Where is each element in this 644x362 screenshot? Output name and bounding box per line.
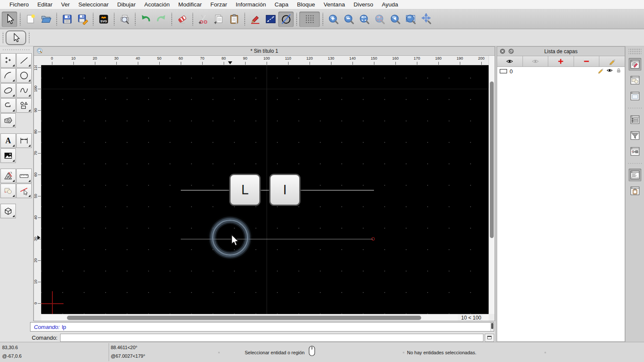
menu-forzar[interactable]: Forzar [206, 0, 231, 9]
zoom-previous-button[interactable] [387, 12, 403, 27]
command-input[interactable] [60, 334, 483, 342]
paste-button[interactable] [226, 12, 242, 27]
strip-grip[interactable] [629, 48, 641, 55]
measure-distance-button[interactable] [263, 12, 278, 27]
print-preview-icon [119, 13, 131, 25]
tool-spline-button[interactable] [16, 83, 32, 98]
menu-modificar[interactable]: Modificar [174, 0, 206, 9]
clipboard-panel-toggle[interactable] [629, 184, 641, 197]
zoom-window-button[interactable] [372, 12, 387, 27]
menu-acotación[interactable]: Acotación [140, 0, 174, 9]
statusbar: 83,30.6 @-67,0.6 88.4611<20° @67.0027<17… [0, 342, 644, 362]
ruler-tick [395, 62, 396, 65]
tool-arc-button[interactable] [0, 68, 16, 83]
palette-grip[interactable] [3, 48, 30, 51]
visibility-eye-icon[interactable] [606, 67, 613, 75]
tool-modify-button[interactable] [0, 169, 16, 183]
menu-ventana[interactable]: Ventana [319, 0, 349, 9]
toolbar-grip[interactable] [27, 32, 30, 44]
menu-fichero[interactable]: Fichero [5, 0, 33, 9]
property-editor-toggle[interactable] [629, 58, 641, 71]
delete-entities-icon [176, 13, 188, 25]
selection-filter-toggle[interactable] [629, 129, 641, 142]
edit-pencil-icon[interactable] [597, 67, 604, 75]
tool-image-button[interactable] [0, 148, 16, 163]
vertical-scrollbar[interactable] [489, 56, 495, 314]
undo-button[interactable] [138, 12, 153, 27]
ruler-label: 70 [200, 56, 204, 60]
new-file-button[interactable] [23, 12, 38, 27]
tool-polyline-button[interactable] [0, 98, 16, 113]
export-svg-button[interactable]: SVG [96, 12, 111, 27]
layer-name: 0 [510, 68, 513, 75]
menu-bloque[interactable]: Bloque [293, 0, 319, 9]
tool-measure-button[interactable] [16, 169, 32, 183]
zoom-pan-button[interactable] [418, 12, 434, 27]
lock-icon[interactable] [615, 67, 622, 75]
library-browser-toggle[interactable] [629, 90, 641, 103]
tool-hatch-button[interactable] [0, 113, 16, 128]
vertical-scrollbar-thumb[interactable] [490, 81, 494, 238]
history-scrollbar[interactable] [490, 323, 494, 331]
delete-entities-button[interactable] [174, 12, 190, 27]
tool-block-button[interactable] [0, 204, 16, 218]
menu-dibujar[interactable]: Dibujar [113, 0, 140, 9]
menu-ver[interactable]: Ver [57, 0, 74, 9]
pen-attributes-button[interactable] [247, 12, 263, 27]
add-layer-button[interactable] [548, 56, 574, 66]
print-preview-button[interactable] [117, 12, 132, 27]
layer-color-swatch[interactable] [500, 69, 507, 73]
cut-button[interactable] [195, 12, 211, 27]
edit-layer-button[interactable] [599, 56, 625, 66]
entity-list-toggle[interactable] [629, 113, 641, 126]
menu-capa[interactable]: Capa [270, 0, 293, 9]
tool-text-button[interactable]: A [0, 133, 16, 148]
tool-points-button[interactable] [0, 53, 16, 68]
zoom-in-button[interactable] [325, 12, 341, 27]
window-icon [36, 48, 43, 54]
draw-circle-line-button[interactable] [278, 12, 294, 27]
menu-editar[interactable]: Editar [33, 0, 57, 9]
tool-ellipse-button[interactable] [0, 83, 16, 98]
menu-ayuda[interactable]: Ayuda [377, 0, 402, 9]
menu-seleccionar[interactable]: Seleccionar [74, 0, 113, 9]
grid-status: 10 < 100 [458, 314, 483, 321]
flyout-triangle-icon [12, 195, 15, 197]
tool-circle-button[interactable] [16, 68, 32, 83]
horizontal-scrollbar[interactable] [41, 314, 458, 321]
ruler-label: 200 [478, 56, 484, 60]
command-options-toggle[interactable] [629, 145, 641, 158]
save-file-button[interactable] [59, 12, 75, 27]
horizontal-scrollbar-thumb[interactable] [67, 316, 421, 320]
block-list-toggle[interactable] [629, 74, 641, 87]
zoom-out-button[interactable] [341, 12, 356, 27]
save-as-button[interactable] [75, 12, 90, 27]
zoom-redraw-button[interactable] [403, 12, 418, 27]
tool-dimension-button[interactable] [16, 133, 32, 148]
hide-all-layers-button[interactable] [523, 56, 549, 66]
command-history-toggle[interactable] [629, 169, 641, 181]
select-tool-button[interactable] [2, 12, 17, 27]
tool-polygon-button[interactable] [16, 98, 32, 113]
layer-row[interactable]: 0 [497, 67, 625, 75]
copy-button[interactable] [211, 12, 226, 27]
undo-icon [140, 13, 152, 25]
select-tool-button[interactable] [6, 30, 26, 45]
open-file-button[interactable] [38, 12, 54, 27]
redo-button[interactable] [153, 12, 169, 27]
tool-line-button[interactable] [16, 53, 32, 68]
menu-diverso[interactable]: Diverso [349, 0, 377, 9]
ruler-label: 130 [328, 56, 334, 60]
mouse-cursor [229, 234, 240, 247]
zoom-auto-button[interactable] [356, 12, 372, 27]
menu-información[interactable]: Información [231, 0, 270, 9]
remove-layer-button[interactable] [574, 56, 600, 66]
snap-grid-button[interactable] [299, 12, 320, 27]
tool-attributes-button[interactable] [16, 184, 32, 198]
command-dock-toggle-button[interactable] [485, 334, 494, 342]
toolbar-grip[interactable] [1, 32, 4, 44]
show-all-layers-button[interactable] [497, 56, 523, 66]
ruler-tick [181, 62, 181, 65]
tool-order-button[interactable] [0, 184, 16, 198]
drawing-canvas[interactable]: LI [41, 65, 489, 314]
